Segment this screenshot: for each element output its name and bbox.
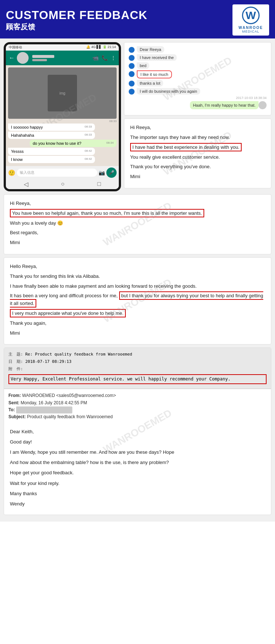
status-icons: 🔔 4G ▋▋ 🔋 21:14 <box>86 45 116 50</box>
phone-input-bar: 🙂 输入信息 📷 🎤 <box>6 166 119 179</box>
email2-sign: Mimi <box>10 239 265 247</box>
video-icon: 📹 <box>92 55 99 61</box>
email3-line3: It has been a very long and difficult pr… <box>10 292 265 308</box>
logo-brand: WANROOE <box>239 26 263 30</box>
sender-icon <box>129 47 135 53</box>
email4-sign1: Many thanks <box>10 490 265 498</box>
chat-sent-reply: Haah, I'm really happy to hear that. <box>129 101 267 109</box>
email2-highlight: You have been so helpful again, thank yo… <box>10 209 204 217</box>
phone-nav-icons: 📹 📞 ⋮ <box>92 55 116 61</box>
phone-screen: 中国移动 🔔 4G ▋▋ 🔋 21:14 ← 📹 📞 ⋮ <box>6 44 119 189</box>
logo-sub: MEDICAL <box>242 30 259 33</box>
email4-salutation: Dear Keith, <box>10 428 265 436</box>
email3-highlight-2: I very much appreciate what you've done … <box>10 309 126 317</box>
right-column: WANROOEMED Dear Reeya I have received th… <box>124 42 271 191</box>
to-val: ██████████████████ <box>16 406 72 413</box>
email3-sign: Mimi <box>10 330 265 337</box>
email4-subject-val: Re: Product quality feedback from Wanroo… <box>25 351 132 358</box>
email4-to-row: To: ██████████████████ <box>8 406 267 413</box>
chat-bubble-right-1: do you know how to use it? 08:34 <box>30 140 117 147</box>
email1-salutation: Hi Reeya, <box>130 124 265 132</box>
whatsapp-chat-card: WANROOEMED Dear Reeya I have received th… <box>124 42 271 115</box>
sender-avatar <box>258 101 267 109</box>
to-label: To: <box>8 407 15 412</box>
page-header: CUSTOMER FEEDBACK 顾客反馈 W WANROOE MEDICAL <box>0 0 275 38</box>
email1-highlight: I have had the best experience in dealin… <box>130 143 242 151</box>
from-val: WANROOEMED <sales05@wanrooemed.com> <box>22 393 116 398</box>
email4-from-row: From: WANROOEMED <sales05@wanrooemed.com… <box>8 392 267 399</box>
email4-body-line1: Good day! <box>10 438 265 446</box>
subject2-val: Product quality feedback from Wanrooemed <box>27 414 113 419</box>
home-nav-icon: ○ <box>61 181 65 188</box>
phone-mockup: 中国移动 🔔 4G ▋▋ 🔋 21:14 ← 📹 📞 ⋮ <box>4 42 121 191</box>
chat-msg-received: I have received the <box>129 54 267 61</box>
email4-date-val: 2018-07-17 08:29:13 <box>25 358 72 365</box>
email3-line5: Thank you again, <box>10 320 265 327</box>
sender-icon-3 <box>129 63 135 69</box>
msg-bed-text: bed <box>137 62 149 69</box>
contact-name-placeholder <box>32 55 54 61</box>
emoji-icon: 🙂 <box>8 169 15 176</box>
email4-subject-row: 主 题: Re: Product quality feedback from W… <box>8 351 267 358</box>
main-content: 中国移动 🔔 4G ▋▋ 🔋 21:14 ← 📹 📞 ⋮ <box>0 38 275 522</box>
phone-nav-bar: ← 📹 📞 ⋮ <box>6 51 119 65</box>
email4-subject2-row: Subject: Product quality feedback from W… <box>8 413 267 420</box>
header-titles: CUSTOMER FEEDBACK 顾客反馈 <box>6 8 147 32</box>
email4-date-label: 日 期: <box>8 358 23 365</box>
chat-bubble-left-3: Yessss 08:42 <box>8 148 95 155</box>
email1-line2: I have had the best experience in dealin… <box>130 144 265 151</box>
email1-sign: Mimi <box>130 173 265 181</box>
sent-val: Monday, 16 July 2018 4:42:55 PM <box>21 400 87 405</box>
msg-received-text: I have received the <box>137 54 177 61</box>
email4-highlight-wrapper: Very Happy, Excellent Professional servi… <box>8 374 267 384</box>
chat-time-1: 08:33 <box>8 119 117 123</box>
sender-icon-6 <box>129 89 135 95</box>
email3-salutation: Hello Reeya, <box>10 263 265 271</box>
email3-line2: I have finally been able to make payment… <box>10 283 265 290</box>
msg-like-text: I like it so much <box>137 70 172 78</box>
header-title-cn: 顾客反馈 <box>6 22 147 32</box>
email4-body-line3: And how about the embalming table? how i… <box>10 459 265 467</box>
chat-bubble-left-2: Hahahahaha 08:33 <box>8 132 95 139</box>
recents-nav-icon: □ <box>98 181 101 188</box>
sender-icon-2 <box>129 55 135 61</box>
chat-msg-business: I will do business with you again <box>129 88 267 95</box>
chat-input[interactable]: 输入信息 <box>17 169 97 177</box>
email3-line1: Thank you for sending this link via Alib… <box>10 273 265 280</box>
email-card-4: WANROOEMED 主 题: Re: Product quality feed… <box>4 347 271 515</box>
sent-label: Sent: <box>8 400 19 405</box>
email2-line3: Best regards, <box>10 229 265 237</box>
chat-msg-dear: Dear Reeya <box>129 46 267 53</box>
mic-button[interactable]: 🎤 <box>106 168 117 178</box>
chat-msg-bed: bed <box>129 62 267 69</box>
email4-body-line2: I am Wendy, hope you still remember me. … <box>10 448 265 456</box>
chat-timestamp: 2017-10-03 18:38:34 <box>129 96 267 100</box>
email1-line4: Thank you for everything you've done. <box>130 163 265 171</box>
top-row: 中国移动 🔔 4G ▋▋ 🔋 21:14 ← 📹 📞 ⋮ <box>4 42 271 191</box>
email1-line3: You really give excellent customer servi… <box>130 154 265 161</box>
email1-line1: The importer says they have all they nee… <box>130 134 265 141</box>
call-icon: 📞 <box>102 55 108 61</box>
menu-icon: ⋮ <box>111 55 116 61</box>
sent-reply-text: Haah, I'm really happy to hear that. <box>190 101 258 109</box>
email4-from-info: From: WANROOEMED <sales05@wanrooemed.com… <box>4 389 271 423</box>
chat-bubble-left-4: I know 08:42 <box>8 156 95 163</box>
phone-chat-area: WANROOEMED img 08:33 I soooooo happyy 08… <box>6 65 119 166</box>
sender-icon-4 <box>129 71 135 77</box>
email3-line4: I very much appreciate what you've done … <box>10 310 265 317</box>
email-card-1: WANROOEMED Hi Reeya, The importer says t… <box>124 118 271 188</box>
header-title-en: CUSTOMER FEEDBACK <box>6 8 147 22</box>
email2-line1: You have been so helpful again, thank yo… <box>10 210 265 217</box>
email4-body-line4: Hope get your good feedback. <box>10 469 265 477</box>
email4-attach-row: 附 件: <box>8 365 267 373</box>
back-nav-icon: ◁ <box>24 181 28 188</box>
contact-avatar <box>17 52 29 64</box>
sender-icon-5 <box>129 81 135 87</box>
email4-body-line5: Wait for your kind reply. <box>10 479 265 487</box>
subject2-label: Subject: <box>8 414 26 419</box>
brand-logo: W WANROOE MEDICAL <box>232 4 269 36</box>
back-icon: ← <box>9 55 15 61</box>
msg-thanks-text: thanks a lot <box>137 80 163 87</box>
carrier-label: 中国移动 <box>9 45 22 50</box>
email2-salutation: Hi Reeya, <box>10 200 265 207</box>
